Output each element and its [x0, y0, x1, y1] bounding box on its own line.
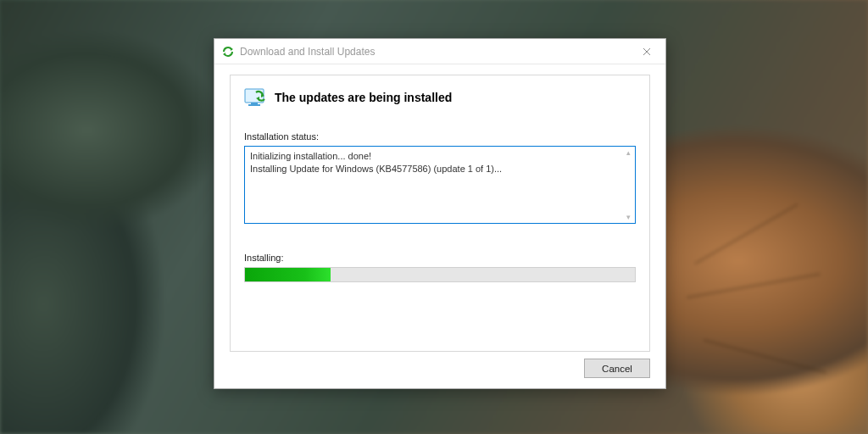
inner-panel: The updates are being installed Installa…	[230, 75, 650, 352]
window-title: Download and Install Updates	[240, 46, 630, 58]
status-textbox[interactable]: Initializing installation... done! Insta…	[244, 146, 636, 224]
svg-marker-1	[223, 53, 225, 56]
svg-marker-0	[231, 47, 233, 51]
close-button[interactable]	[630, 40, 664, 64]
update-dialog: Download and Install Updates	[214, 38, 666, 389]
dialog-heading: The updates are being installed	[275, 91, 452, 104]
progress-bar	[244, 267, 636, 282]
svg-rect-5	[251, 103, 258, 104]
dialog-content: The updates are being installed Installa…	[214, 64, 665, 388]
scroll-down-icon[interactable]: ▾	[623, 213, 633, 221]
status-label: Installation status:	[244, 131, 636, 142]
button-row: Cancel	[230, 352, 650, 378]
header-row: The updates are being installed	[244, 87, 636, 108]
svg-rect-6	[248, 104, 260, 106]
progress-label: Installing:	[244, 253, 636, 263]
cancel-button[interactable]: Cancel	[584, 359, 650, 378]
progress-fill	[245, 268, 331, 281]
scroll-up-icon[interactable]: ▴	[623, 148, 633, 157]
update-arrows-icon	[221, 45, 235, 58]
titlebar[interactable]: Download and Install Updates	[214, 39, 665, 64]
status-line: Installing Update for Windows (KB4577586…	[250, 163, 630, 175]
status-line: Initializing installation... done!	[250, 150, 630, 163]
update-screen-icon	[244, 87, 268, 108]
